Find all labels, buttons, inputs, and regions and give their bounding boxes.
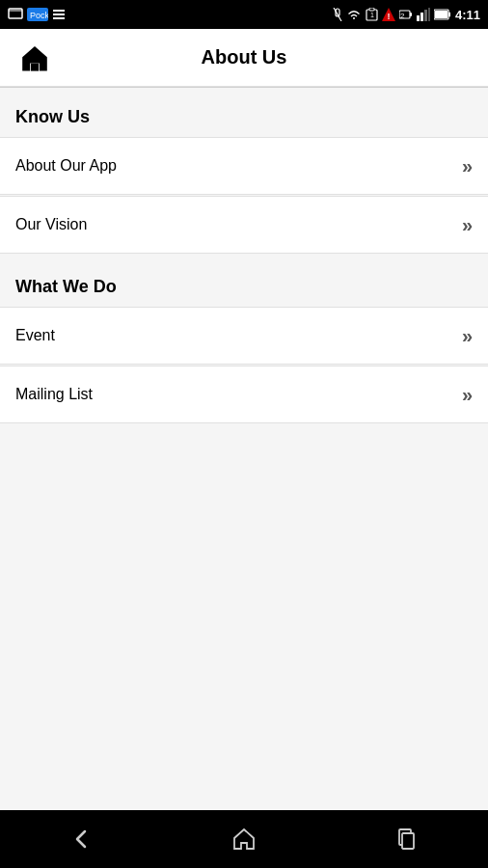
svg-rect-5 (53, 14, 65, 15)
svg-text:Pocket: Pocket (30, 11, 48, 20)
nav-home-button[interactable] (215, 820, 273, 858)
svg-rect-15 (410, 13, 412, 16)
recents-icon (395, 827, 419, 851)
event-label: Event (15, 327, 55, 344)
svg-rect-22 (448, 13, 450, 17)
know-us-list: About Our App » Our Vision » (0, 137, 488, 254)
svg-rect-24 (31, 63, 39, 70)
recents-button[interactable] (378, 820, 436, 858)
mailing-list-label: Mailing List (15, 386, 93, 403)
bottom-nav-bar (0, 810, 488, 868)
wifi-icon (346, 9, 362, 21)
notification-icon (8, 8, 23, 21)
about-our-app-item[interactable]: About Our App » (0, 137, 488, 195)
home-button[interactable] (15, 39, 54, 77)
signal-icon (417, 8, 430, 21)
svg-line-8 (334, 8, 341, 21)
svg-rect-18 (420, 13, 423, 21)
bars-icon (52, 8, 66, 21)
section-know-us-header: Know Us (0, 88, 488, 137)
battery-charging-icon: 2 (399, 8, 413, 21)
mailing-list-item[interactable]: Mailing List » (0, 366, 488, 423)
svg-text:1: 1 (370, 12, 374, 18)
mic-muted-icon (333, 8, 342, 21)
page-title: About Us (202, 46, 287, 68)
svg-text:!: ! (387, 12, 390, 21)
section-what-we-do-header: What We Do (0, 258, 488, 307)
about-our-app-chevron: » (462, 155, 473, 177)
svg-rect-23 (435, 11, 447, 18)
svg-rect-4 (53, 10, 65, 12)
our-vision-item[interactable]: Our Vision » (0, 196, 488, 254)
app-header: About Us (0, 29, 488, 87)
svg-rect-17 (417, 15, 420, 21)
clipboard-icon: 1 (366, 8, 378, 21)
svg-rect-10 (369, 8, 374, 11)
mailing-list-chevron: » (462, 384, 473, 406)
back-arrow-icon (68, 826, 95, 853)
our-vision-chevron: » (462, 214, 473, 236)
pocket-icon: Pocket (27, 8, 48, 21)
battery-icon (434, 9, 451, 20)
svg-rect-20 (428, 8, 430, 21)
our-vision-label: Our Vision (15, 216, 87, 233)
what-we-do-list: Event » Mailing List » (0, 307, 488, 423)
nav-home-icon (231, 827, 257, 852)
main-content: Know Us About Our App » Our Vision » Wha… (0, 88, 488, 810)
svg-rect-6 (53, 17, 65, 19)
alert-icon: ! (382, 8, 395, 21)
status-time: 4:11 (455, 8, 480, 22)
svg-text:2: 2 (400, 12, 405, 20)
svg-rect-19 (424, 10, 427, 21)
home-icon (19, 42, 50, 73)
status-bar-right: 1 ! 2 4:11 (333, 8, 480, 22)
event-chevron: » (462, 325, 473, 347)
event-item[interactable]: Event » (0, 307, 488, 365)
status-bar-left: Pocket (8, 8, 66, 21)
about-our-app-label: About Our App (15, 157, 117, 175)
status-bar: Pocket 1 ! (0, 0, 488, 29)
back-button[interactable] (52, 820, 110, 858)
svg-rect-26 (402, 833, 414, 849)
